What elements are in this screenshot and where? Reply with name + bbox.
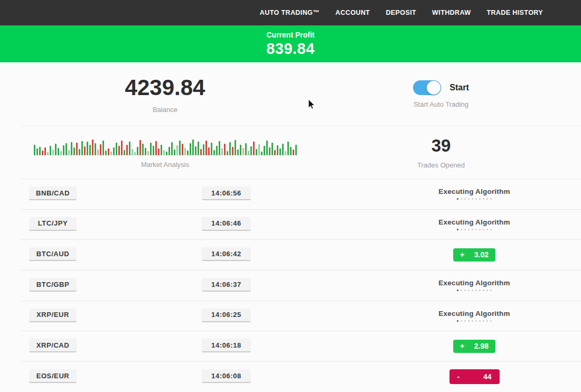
trades-opened-label: Trades Opened [417,161,465,169]
trade-row: XRP/CAD 14:06:18 + 2.98 [0,331,581,361]
trade-row: BTC/AUD 14:06:42 + 3.02 [0,239,581,270]
auto-trading-block: Start Start Auto Trading [330,62,552,126]
profit-badge: + 2.98 [453,340,495,353]
trade-status: + 3.02 [417,239,531,270]
executing-label: Executing Algorithm [438,279,510,287]
trades-opened-block: 39 Trades Opened [330,126,552,179]
trade-status: Executing Algorithm [417,301,531,331]
market-analysis-label: Market Analysis [141,161,189,169]
current-profit-label: Current Profit [267,31,315,39]
market-analysis-chart [34,136,297,155]
pair-badge: BNB/CAD [29,186,77,200]
time-badge: 14:06:37 [202,278,251,292]
pair-badge: LTC/JPY [29,217,77,231]
trade-status: Executing Algorithm [417,209,531,240]
trade-row: BTC/GBP 14:06:37 Executing Algorithm [0,270,581,301]
trade-status: + 2.98 [417,331,531,361]
pair-badge: XRP/CAD [29,339,77,352]
progress-dots [457,229,492,230]
trade-row: XRP/EUR 14:06:25 Executing Algorithm [0,301,581,331]
trade-row: BNB/CAD 14:06:56 Executing Algorithm [0,179,581,209]
profit-sign: + [460,342,464,350]
trade-status: Executing Algorithm [417,270,531,301]
executing-label: Executing Algorithm [438,188,510,195]
time-badge: 14:06:08 [202,369,251,383]
time-badge: 14:06:46 [202,217,251,231]
trade-status: Executing Algorithm [417,179,531,209]
balance-label: Balance [153,106,177,114]
time-badge: 14:06:56 [202,186,251,200]
profit-value: 3.02 [474,250,489,259]
progress-dots [457,320,492,322]
trade-status: - 44 [417,361,531,392]
trade-row: LTC/JPY 14:06:46 Executing Algorithm [0,209,581,240]
balance-block: 4239.84 Balance [0,62,330,126]
start-toggle-group: Start [413,80,468,95]
current-profit-banner: Current Profit 839.84 [0,25,581,62]
start-auto-trading-label: Start Auto Trading [414,100,468,108]
progress-dots [457,198,492,200]
trades-opened-value: 39 [432,136,451,156]
nav-trade-history[interactable]: TRADE HISTORY [486,9,543,16]
executing-label: Executing Algorithm [438,310,510,318]
progress-dots [457,290,492,291]
trade-row: EOS/EUR 14:06:08 - 44 [0,361,581,392]
loss-sign: - [457,372,460,381]
nav-account[interactable]: ACCOUNT [335,9,370,16]
toggle-knob-icon [427,81,441,95]
market-analysis-block: Market Analysis [0,126,330,179]
pair-badge: BTC/AUD [29,247,77,261]
balance-value: 4239.84 [125,75,205,100]
loss-value: 44 [483,372,492,381]
time-badge: 14:06:18 [202,339,251,352]
current-profit-value: 839.84 [266,40,315,58]
nav-auto-trading[interactable]: AUTO TRADING™ [260,9,320,16]
pair-badge: EOS/EUR [29,369,77,383]
nav-deposit[interactable]: DEPOSIT [386,9,416,16]
nav-withdraw[interactable]: WITHDRAW [432,9,471,16]
executing-label: Executing Algorithm [438,218,510,226]
start-toggle-label: Start [449,83,468,92]
pair-badge: BTC/GBP [29,278,77,292]
time-badge: 14:06:42 [202,247,251,261]
trade-list: BNB/CAD 14:06:56 Executing Algorithm LTC… [0,179,581,392]
auto-trading-toggle[interactable] [413,80,441,95]
time-badge: 14:06:25 [202,309,251,322]
loss-badge: - 44 [449,369,500,384]
profit-value: 2.98 [474,342,489,350]
profit-badge: + 3.02 [453,248,495,262]
profit-sign: + [460,250,464,259]
pair-badge: XRP/EUR [29,309,77,322]
top-nav-bar: AUTO TRADING™ ACCOUNT DEPOSIT WITHDRAW T… [0,0,581,25]
balance-toggle-row: 4239.84 Balance Start Start Auto Trading [0,62,581,126]
market-trades-row: Market Analysis 39 Trades Opened [0,126,581,179]
